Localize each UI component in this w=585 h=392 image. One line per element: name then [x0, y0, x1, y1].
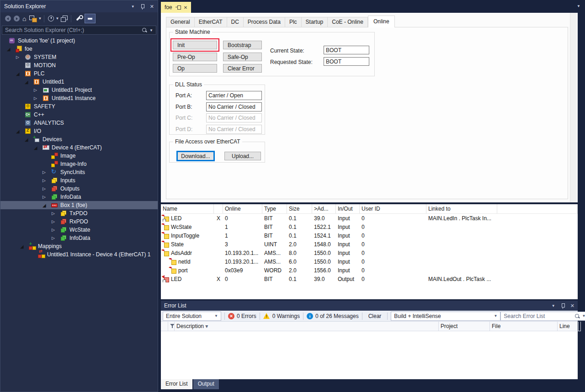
- expand-arrow-icon[interactable]: ◢: [24, 137, 33, 142]
- tree-item-txpdo[interactable]: ▷TxPDO: [0, 209, 158, 217]
- tree-item-solution-foe-1-project-[interactable]: Solution 'foe' (1 project): [0, 37, 158, 45]
- tree-item-wcstate[interactable]: ▷WcState: [0, 226, 158, 234]
- upload-button[interactable]: Upload...: [224, 152, 261, 160]
- tree-item-infodata[interactable]: ▷InfoData: [0, 193, 158, 201]
- tab-online[interactable]: Online: [368, 16, 395, 27]
- tree-item-outputs[interactable]: ▷Outputs: [0, 185, 158, 193]
- error-column-header-file[interactable]: File: [490, 322, 558, 331]
- safe-op-button[interactable]: Safe-Op: [223, 53, 262, 61]
- window-position-icon[interactable]: ▼: [131, 5, 135, 9]
- requested-state-field[interactable]: BOOT: [324, 57, 369, 66]
- grid-column-header-x[interactable]: [214, 204, 223, 214]
- tree-item-devices[interactable]: ◢Devices: [0, 135, 158, 143]
- expand-arrow-icon[interactable]: ▷: [33, 88, 42, 92]
- error-column-header-project[interactable]: Project: [439, 322, 490, 331]
- expand-arrow-icon[interactable]: ▷: [51, 219, 60, 224]
- pin-icon[interactable]: [561, 303, 565, 309]
- home-icon[interactable]: ⌂: [22, 14, 26, 23]
- tree-item-mappings[interactable]: ◢+Mappings: [0, 242, 158, 250]
- tree-item-untitled1-project[interactable]: ▷Untitled1 Project: [0, 86, 158, 94]
- expand-arrow-icon[interactable]: ▷: [51, 228, 60, 232]
- search-icon[interactable]: [574, 313, 580, 319]
- warnings-filter-button[interactable]: 0 Warnings: [263, 313, 300, 319]
- window-position-icon[interactable]: ▼: [552, 304, 555, 308]
- tree-item-syncunits[interactable]: ▷SyncUnits: [0, 168, 158, 176]
- back-icon[interactable]: [5, 14, 11, 23]
- expand-arrow-icon[interactable]: ◢: [42, 203, 51, 208]
- tab-ethercat[interactable]: EtherCAT: [195, 17, 227, 27]
- tab-close-icon[interactable]: ✕: [184, 5, 187, 10]
- tree-item-plc[interactable]: ◢PLC: [0, 69, 158, 78]
- init-button[interactable]: Init: [173, 41, 217, 49]
- pin-icon[interactable]: [140, 4, 144, 10]
- tab-dc[interactable]: DC: [227, 17, 244, 27]
- expand-arrow-icon[interactable]: ▷: [42, 195, 51, 199]
- expand-arrow-icon[interactable]: ◢: [24, 79, 33, 85]
- scope-filter-dropdown[interactable]: Entire Solution▼: [163, 312, 221, 321]
- grid-column-header-Size[interactable]: Size: [287, 204, 312, 214]
- pending-changes-filter-icon[interactable]: [48, 14, 54, 23]
- filter-column[interactable]: [168, 322, 175, 331]
- search-options-dropdown-icon[interactable]: ▼: [149, 28, 153, 32]
- tree-item-infodata[interactable]: ▷InfoData: [0, 234, 158, 242]
- search-input[interactable]: Search Solution Explorer (Ctrl+;) ▼: [2, 26, 156, 35]
- grid-column-header-Linked to[interactable]: Linked to: [426, 204, 497, 214]
- op-button[interactable]: Op: [173, 64, 217, 73]
- search-icon[interactable]: [142, 27, 147, 33]
- tree-item-inputs[interactable]: ▷Inputs: [0, 176, 158, 185]
- error-column-header-line[interactable]: Line: [558, 322, 579, 331]
- tab-general[interactable]: General: [166, 17, 195, 27]
- tree-item-untitled1[interactable]: ◢Untitled1: [0, 78, 158, 86]
- expand-arrow-icon[interactable]: ◢: [6, 47, 15, 52]
- expand-arrow-icon[interactable]: ◢: [33, 145, 42, 150]
- error-column-header-description[interactable]: Description ▾: [175, 322, 439, 331]
- tree-item-analytics[interactable]: ANALYTICS: [0, 119, 158, 127]
- pre-op-button[interactable]: Pre-Op: [173, 53, 217, 61]
- table-row[interactable]: ▶netId10.193.20.1...AMS...6.01550.0Input…: [161, 257, 578, 266]
- tree-item-c-[interactable]: C++: [0, 111, 158, 119]
- close-icon[interactable]: ✕: [570, 303, 574, 309]
- search-dropdown-icon[interactable]: ▼: [582, 314, 585, 318]
- table-row[interactable]: ▶AdsAddr10.193.20.1...AMS...8.01550.0Inp…: [161, 249, 578, 257]
- switch-views-dropdown-icon[interactable]: ▼: [38, 16, 42, 21]
- tree-item-system[interactable]: ▷SYSTEM: [0, 53, 158, 61]
- grid-column-header-Online[interactable]: Online: [223, 204, 262, 214]
- tree-item-image-info[interactable]: Image-Info: [0, 160, 158, 168]
- close-icon[interactable]: ✕: [150, 4, 154, 10]
- table-row[interactable]: ▶LEDX0BIT0.139.0Input0MAIN.LedIn . PlcTa…: [161, 214, 578, 222]
- vertical-scrollbar[interactable]: [570, 13, 577, 202]
- table-row[interactable]: ▶InputToggle1BIT0.11524.1Input0: [161, 231, 578, 240]
- port-status-field[interactable]: Carrier / Open: [206, 91, 262, 100]
- bottom-tab-error-list[interactable]: Error List: [161, 379, 192, 389]
- tree-item-rxpdo[interactable]: ▷RxPDO: [0, 217, 158, 226]
- tree-item-safety[interactable]: SAFETY: [0, 102, 158, 111]
- tree-item-image[interactable]: Image: [0, 152, 158, 160]
- table-row[interactable]: ▶WcState1BIT0.11522.1Input0: [161, 222, 578, 231]
- download-button[interactable]: Download...: [177, 152, 214, 160]
- tab-plc[interactable]: Plc: [285, 17, 302, 27]
- table-row[interactable]: ▶State3UINT2.01548.0Input0: [161, 240, 578, 249]
- expand-arrow-icon[interactable]: ▷: [51, 211, 60, 216]
- tab-coe-online[interactable]: CoE - Online: [328, 17, 368, 27]
- expand-arrow-icon[interactable]: ▷: [42, 170, 51, 175]
- document-well-dropdown-icon[interactable]: ▼: [577, 4, 580, 8]
- preview-selected-items-toggle[interactable]: [85, 14, 96, 23]
- expand-arrow-icon[interactable]: ▷: [33, 96, 42, 101]
- error-list-search-input[interactable]: Search Error List ▼: [500, 312, 585, 321]
- messages-filter-button[interactable]: i 0 of 26 Messages: [307, 313, 359, 319]
- tree-item-foe[interactable]: ◢foe: [0, 45, 158, 53]
- bootstrap-button[interactable]: Bootstrap: [223, 41, 262, 49]
- grid-column-header->Ad...[interactable]: >Ad...: [312, 204, 336, 214]
- tab-pin-icon[interactable]: [176, 5, 181, 10]
- grid-column-header-In/Out[interactable]: In/Out: [336, 204, 360, 214]
- forward-icon[interactable]: [14, 14, 20, 23]
- table-row[interactable]: ▶LEDX0BIT0.139.0Output0MAIN.LedOut . Plc…: [161, 275, 578, 283]
- tree-item-untitled1-instance-device-4-ethercat-1[interactable]: ⇄Untitled1 Instance - Device 4 (EtherCAT…: [0, 250, 158, 259]
- tab-startup[interactable]: Startup: [302, 17, 328, 27]
- tree-item-motion[interactable]: MOTION: [0, 61, 158, 69]
- sort-caret-icon[interactable]: ▾: [204, 323, 208, 329]
- bottom-tab-output[interactable]: Output: [193, 379, 219, 389]
- tree-item-box-1-foe-[interactable]: ◢Box 1 (foe): [0, 201, 158, 209]
- expand-arrow-icon[interactable]: ▷: [42, 186, 51, 191]
- expand-arrow-icon[interactable]: ◢: [19, 244, 28, 249]
